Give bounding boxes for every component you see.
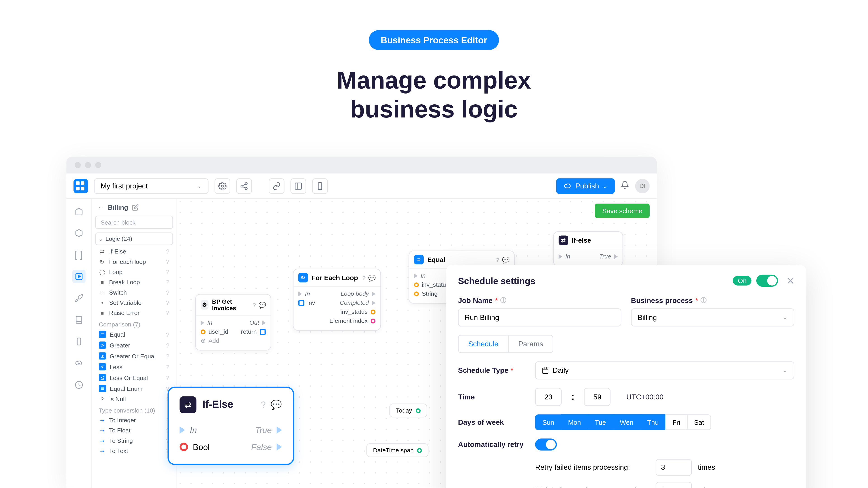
rail-home-icon[interactable] — [72, 205, 86, 218]
svg-rect-9 — [543, 368, 548, 373]
block-item[interactable]: •Set Variable? — [95, 297, 173, 308]
block-item[interactable]: ⇄If-Else? — [95, 246, 173, 256]
help-icon[interactable]: ? — [260, 399, 266, 410]
block-item[interactable]: ≤Less Or Equal? — [95, 372, 173, 383]
block-item[interactable]: ■Break Loop? — [95, 277, 173, 287]
mobile-icon[interactable] — [312, 178, 328, 194]
link-icon[interactable] — [269, 178, 284, 194]
time-minute-input[interactable]: 59 — [584, 388, 611, 406]
on-badge: On — [733, 276, 752, 286]
nav-rail: [ ] — [66, 199, 92, 488]
publish-button[interactable]: Publish ⌄ — [556, 178, 615, 194]
svg-point-1 — [245, 182, 247, 184]
block-item[interactable]: ■Raise Error? — [95, 308, 173, 318]
block-item[interactable]: ⁙Switch? — [95, 287, 173, 297]
category-comparison: Comparison (7) — [95, 318, 173, 329]
wait-minutes-input[interactable]: 1 — [656, 482, 692, 488]
traffic-dot[interactable] — [85, 162, 91, 168]
day-tue[interactable]: Tue — [587, 414, 613, 430]
rail-gauge-icon[interactable] — [72, 378, 86, 392]
rail-box-icon[interactable] — [72, 226, 86, 240]
block-item[interactable]: ⇢To String? — [95, 435, 173, 446]
day-wen[interactable]: Wen — [613, 414, 641, 430]
breadcrumb[interactable]: ← Billing — [95, 203, 173, 211]
timezone-label: UTC+00:00 — [626, 393, 664, 401]
svg-point-0 — [221, 185, 223, 187]
chip-datetime-span[interactable]: DateTime span — [366, 443, 429, 457]
block-item[interactable]: ≡Equal Enum? — [95, 383, 173, 394]
share-icon[interactable] — [236, 178, 252, 194]
titlebar — [66, 157, 657, 173]
settings-icon[interactable] — [215, 178, 230, 194]
schedule-settings-panel: Schedule settings On ✕ Job Name*ⓘ Run Bi… — [446, 265, 806, 488]
hero-pill: Business Process Editor — [369, 30, 499, 50]
rail-phone-icon[interactable] — [72, 335, 86, 348]
category-logic[interactable]: ⌄Logic (24) — [95, 232, 173, 245]
tab-params[interactable]: Params — [508, 335, 553, 352]
panel-title: Schedule settings — [458, 275, 535, 286]
svg-point-3 — [245, 187, 247, 189]
rail-brackets-icon[interactable]: [ ] — [72, 248, 86, 261]
app-logo[interactable] — [73, 178, 88, 193]
svg-point-2 — [241, 185, 243, 187]
hero-title: Manage complexbusiness logic — [0, 66, 868, 124]
layout-icon[interactable] — [290, 178, 306, 194]
block-item[interactable]: ◯Loop? — [95, 267, 173, 277]
settings-tabs: Schedule Params — [458, 335, 553, 353]
svg-rect-7 — [77, 338, 81, 345]
days-of-week: SunMonTueWenThuFriSat — [535, 414, 711, 430]
edit-icon[interactable] — [132, 204, 138, 210]
rail-book-icon[interactable] — [72, 313, 86, 326]
big-if-else-node[interactable]: ⇄ If-Else ?💬 InTrue BoolFalse — [167, 387, 294, 465]
category-conversion: Type conversion (10) — [95, 404, 173, 415]
close-icon[interactable]: ✕ — [786, 275, 794, 287]
traffic-dot[interactable] — [75, 162, 81, 168]
rail-play-icon[interactable] — [72, 270, 86, 283]
block-item[interactable]: <Less? — [95, 361, 173, 372]
auto-retry-toggle[interactable] — [535, 438, 557, 451]
blocks-sidebar: ← Billing Search block ⌄Logic (24) ⇄If-E… — [92, 199, 177, 488]
hero: Business Process Editor Manage complexbu… — [0, 0, 868, 124]
tab-schedule[interactable]: Schedule — [459, 335, 508, 352]
block-item[interactable]: ?Is Null? — [95, 394, 173, 404]
enable-toggle[interactable] — [756, 275, 778, 287]
day-sat[interactable]: Sat — [687, 414, 711, 430]
block-item[interactable]: =Equal? — [95, 329, 173, 340]
business-process-select[interactable]: Billing⌄ — [631, 308, 794, 326]
retry-count-input[interactable]: 3 — [656, 459, 692, 476]
topbar: My first project⌄ Publish ⌄ DI — [66, 173, 657, 199]
project-select[interactable]: My first project⌄ — [94, 178, 209, 194]
traffic-dot[interactable] — [95, 162, 101, 168]
node-bp-get-invoices[interactable]: ⚙BP Get Invoices?💬 InOut user_idreturn ⊕… — [195, 294, 271, 351]
comment-icon[interactable]: 💬 — [271, 399, 282, 410]
time-hour-input[interactable]: 23 — [535, 388, 561, 406]
block-item[interactable]: ⇢To Integer? — [95, 415, 173, 425]
bell-icon[interactable] — [621, 180, 629, 191]
branch-icon: ⇄ — [180, 396, 196, 413]
block-item[interactable]: >Greater? — [95, 340, 173, 351]
svg-rect-4 — [295, 183, 302, 189]
day-sun[interactable]: Sun — [535, 414, 561, 430]
job-name-input[interactable]: Run Billing — [458, 308, 621, 326]
day-fri[interactable]: Fri — [665, 414, 687, 430]
save-scheme-button[interactable]: Save scheme — [595, 203, 650, 218]
block-item[interactable]: ↻For each loop? — [95, 257, 173, 267]
node-for-each-loop[interactable]: ↻For Each Loop?💬 InLoop body invComplete… — [293, 269, 381, 331]
block-item[interactable]: ⇢To Float? — [95, 425, 173, 435]
avatar[interactable]: DI — [635, 178, 650, 193]
rail-cloud-icon[interactable] — [72, 357, 86, 370]
day-thu[interactable]: Thu — [640, 414, 666, 430]
rail-rocket-icon[interactable] — [72, 291, 86, 305]
block-item[interactable]: ≥Greater Or Equal? — [95, 351, 173, 361]
day-mon[interactable]: Mon — [561, 414, 588, 430]
schedule-type-select[interactable]: Daily ⌄ — [535, 361, 794, 380]
chip-today[interactable]: Today — [389, 403, 427, 417]
node-if-else-small[interactable]: ⇄If-else InTrue — [553, 231, 623, 266]
search-input[interactable]: Search block — [95, 216, 173, 229]
block-item[interactable]: ⇢To Text? — [95, 446, 173, 456]
